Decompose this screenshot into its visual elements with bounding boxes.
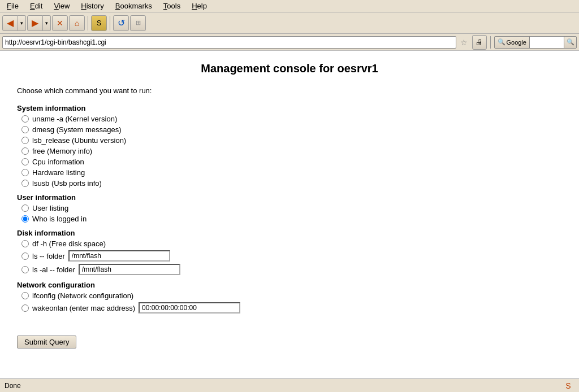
radio-wakeonlan[interactable] [21, 304, 29, 312]
ls-folder-input[interactable] [68, 250, 170, 262]
menu-view[interactable]: View [49, 1, 74, 11]
label-df: df -h (Free disk space) [32, 239, 106, 248]
radio-lsb[interactable] [21, 137, 29, 144]
radio-item-uname: uname -a (Kernel version) [21, 115, 562, 123]
toolbar-separator-2 [110, 16, 110, 31]
radio-dmesg[interactable] [21, 126, 29, 133]
radio-item-userlist: User listing [21, 204, 562, 212]
radio-item-df: df -h (Free disk space) [21, 239, 562, 248]
print-button[interactable]: 🖨 [472, 35, 487, 50]
bookmark-star-icon[interactable]: ☆ [458, 36, 470, 49]
label-userlist: User listing [32, 204, 68, 212]
label-hwlist: Hardware listing [32, 168, 85, 177]
user-radio-group: User listing Who is logged in [21, 204, 562, 223]
radio-item-ifconfig: ifconfig (Network configuration) [21, 291, 562, 300]
system-radio-group: uname -a (Kernel version) dmesg (System … [21, 115, 562, 188]
search-engine-label: Google [507, 39, 526, 46]
toolbar: ◀ ▾ ▶ ▾ ✕ ⌂ S ↺ ⊞ [0, 12, 579, 34]
label-dmesg: dmesg (System messages) [32, 125, 122, 134]
search-engine-icon: 🔍 [498, 38, 505, 46]
label-ifconfig: ifconfig (Network configuration) [32, 291, 133, 300]
toolbar-separator-1 [88, 16, 88, 31]
back-button[interactable]: ◀ [2, 15, 18, 31]
label-uname: uname -a (Kernel version) [32, 115, 117, 123]
forward-nav-group: ▶ ▾ [27, 15, 51, 31]
reload-button[interactable]: ↺ [113, 15, 129, 31]
radio-item-lsal: ls -al -- folder [21, 264, 562, 275]
label-whoami: Who is logged in [32, 215, 87, 223]
disk-radio-group: df -h (Free disk space) ls -- folder ls … [21, 239, 562, 275]
back-dropdown[interactable]: ▾ [18, 15, 26, 31]
network-radio-group: ifconfig (Network configuration) wakeonl… [21, 291, 562, 313]
search-box: 🔍 Google 🔍 [494, 36, 577, 49]
radio-item-cpu: Cpu information [21, 158, 562, 166]
radio-df[interactable] [21, 240, 29, 247]
main-form: System information uname -a (Kernel vers… [17, 104, 562, 349]
page-content: Management console for oesrvr1 Choose wh… [0, 51, 579, 378]
menu-help[interactable]: Help [187, 1, 211, 11]
radio-item-dmesg: dmesg (System messages) [21, 125, 562, 134]
radio-item-lsb: lsb_release (Ubuntu version) [21, 136, 562, 145]
addr-separator [490, 36, 491, 49]
label-ls: ls -- folder [32, 252, 65, 260]
home-button[interactable]: ⌂ [69, 15, 85, 31]
section-disk-label: Disk information [17, 229, 562, 237]
back-nav-group: ◀ ▾ [2, 15, 26, 31]
search-submit-button[interactable]: 🔍 [564, 37, 576, 48]
radio-lsal[interactable] [21, 266, 29, 273]
lsal-folder-input[interactable] [79, 264, 180, 275]
address-input[interactable] [2, 36, 456, 49]
forward-dropdown[interactable]: ▾ [43, 15, 51, 31]
radio-lsusb[interactable] [21, 180, 29, 187]
skip-button[interactable]: S [91, 15, 107, 31]
wakeonlan-mac-input[interactable] [139, 302, 240, 313]
radio-cpu[interactable] [21, 158, 29, 165]
radio-item-hwlist: Hardware listing [21, 168, 562, 177]
label-lsal: ls -al -- folder [32, 265, 75, 274]
forward-button[interactable]: ▶ [27, 15, 43, 31]
search-engine-dropdown[interactable]: 🔍 Google [495, 36, 530, 49]
radio-item-free: free (Memory info) [21, 147, 562, 155]
radio-ls[interactable] [21, 252, 29, 260]
menu-edit[interactable]: Edit [25, 1, 47, 11]
label-lsusb: lsusb (Usb ports info) [32, 179, 102, 188]
section-user-label: User information [17, 193, 562, 202]
menu-tools[interactable]: Tools [159, 1, 185, 11]
menu-history[interactable]: History [76, 1, 108, 11]
label-cpu: Cpu information [32, 158, 84, 166]
section-network-label: Network configuration [17, 281, 562, 289]
radio-whoami[interactable] [21, 215, 29, 223]
menu-bookmarks[interactable]: Bookmarks [111, 1, 157, 11]
stop-button[interactable]: ✕ [52, 15, 68, 31]
radio-item-wakeonlan: wakeonlan (enter mac address) [21, 302, 562, 313]
search-input[interactable] [530, 37, 564, 48]
radio-item-lsusb: lsusb (Usb ports info) [21, 179, 562, 188]
menu-file[interactable]: File [2, 1, 23, 11]
radio-free[interactable] [21, 147, 29, 155]
page-title: Management console for oesrvr1 [17, 62, 562, 75]
label-wakeonlan: wakeonlan (enter mac address) [32, 304, 135, 312]
instruction-text: Choose which command you want to run: [17, 86, 562, 95]
radio-ifconfig[interactable] [21, 292, 29, 299]
radio-userlist[interactable] [21, 204, 29, 212]
menubar: File Edit View History Bookmarks Tools H… [0, 0, 579, 12]
label-lsb: lsb_release (Ubuntu version) [32, 136, 126, 145]
section-system-label: System information [17, 104, 562, 112]
radio-item-ls: ls -- folder [21, 250, 562, 262]
radio-item-whoami: Who is logged in [21, 215, 562, 223]
radio-hwlist[interactable] [21, 169, 29, 176]
label-free: free (Memory info) [32, 147, 92, 155]
submit-button[interactable] [17, 336, 76, 349]
addressbar: ☆ 🖨 🔍 Google 🔍 [0, 34, 579, 51]
something-button[interactable]: ⊞ [130, 15, 146, 31]
radio-uname[interactable] [21, 115, 29, 123]
